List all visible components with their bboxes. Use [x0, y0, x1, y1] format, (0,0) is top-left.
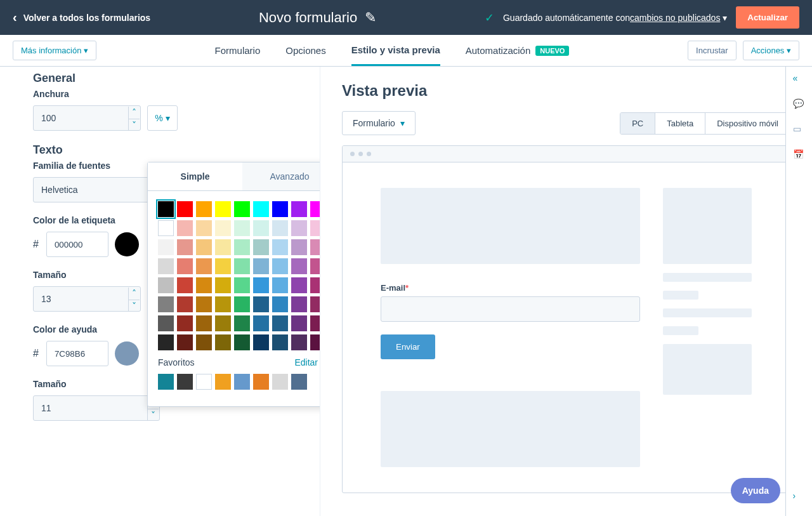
tab-automatizacion[interactable]: Automatización NUEVO: [466, 36, 570, 66]
color-cell[interactable]: [253, 220, 269, 236]
color-cell[interactable]: [272, 220, 288, 236]
color-cell[interactable]: [291, 296, 307, 312]
color-cell[interactable]: [291, 201, 307, 217]
color-cell[interactable]: [234, 220, 250, 236]
collapse-icon[interactable]: «: [793, 73, 806, 86]
favorite-color-cell[interactable]: [158, 374, 174, 390]
color-cell[interactable]: [215, 220, 231, 236]
actions-button[interactable]: Acciones ▾: [743, 41, 799, 60]
step-up[interactable]: ˄: [128, 288, 140, 300]
edit-icon[interactable]: ✎: [365, 10, 376, 26]
color-cell[interactable]: [158, 277, 174, 293]
color-cell[interactable]: [234, 239, 250, 255]
color-cell[interactable]: [177, 277, 193, 293]
tab-estilo[interactable]: Estilo y vista previa: [351, 36, 440, 66]
favorite-color-cell[interactable]: [272, 374, 288, 390]
color-cell[interactable]: [310, 239, 320, 255]
color-cell[interactable]: [310, 220, 320, 236]
step-down[interactable]: ˅: [128, 119, 140, 131]
step-up[interactable]: ˄: [128, 107, 140, 119]
color-cell[interactable]: [291, 239, 307, 255]
color-cell[interactable]: [253, 239, 269, 255]
color-cell[interactable]: [158, 315, 174, 331]
preview-selector[interactable]: Formulario ▾: [342, 111, 416, 135]
tab-opciones[interactable]: Opciones: [285, 36, 325, 66]
chat-icon[interactable]: 💬: [793, 98, 806, 111]
help-color-swatch[interactable]: [115, 341, 139, 366]
color-cell[interactable]: [253, 201, 269, 217]
color-cell[interactable]: [234, 334, 250, 350]
embed-button[interactable]: Incrustar: [688, 41, 737, 60]
device-tab-tablet[interactable]: Tableta: [655, 113, 705, 134]
step-down[interactable]: ˅: [147, 409, 159, 421]
color-cell[interactable]: [310, 334, 320, 350]
color-cell[interactable]: [177, 239, 193, 255]
picker-tab-advanced[interactable]: Avanzado: [242, 162, 320, 190]
color-cell[interactable]: [234, 277, 250, 293]
update-button[interactable]: Actualizar: [736, 6, 799, 29]
picker-tab-simple[interactable]: Simple: [148, 162, 242, 190]
color-cell[interactable]: [177, 220, 193, 236]
font-family-select[interactable]: Helvetica: [33, 177, 160, 202]
color-cell[interactable]: [196, 239, 212, 255]
color-cell[interactable]: [291, 315, 307, 331]
favorite-color-cell[interactable]: [215, 374, 231, 390]
color-cell[interactable]: [310, 201, 320, 217]
color-cell[interactable]: [177, 334, 193, 350]
color-cell[interactable]: [253, 277, 269, 293]
color-cell[interactable]: [272, 258, 288, 274]
color-cell[interactable]: [158, 201, 174, 217]
color-cell[interactable]: [253, 296, 269, 312]
color-cell[interactable]: [215, 334, 231, 350]
width-unit-select[interactable]: %▾: [147, 105, 178, 131]
color-cell[interactable]: [310, 277, 320, 293]
more-info-button[interactable]: Más información ▾: [13, 41, 96, 60]
step-down[interactable]: ˅: [128, 300, 140, 312]
favorites-edit-link[interactable]: Editar ⧉: [294, 357, 320, 367]
color-cell[interactable]: [196, 334, 212, 350]
color-cell[interactable]: [272, 334, 288, 350]
color-cell[interactable]: [215, 277, 231, 293]
color-cell[interactable]: [310, 258, 320, 274]
color-cell[interactable]: [215, 239, 231, 255]
color-cell[interactable]: [177, 315, 193, 331]
back-link[interactable]: ‹ Volver a todos los formularios: [13, 10, 150, 25]
favorite-color-cell[interactable]: [196, 374, 212, 390]
color-cell[interactable]: [196, 258, 212, 274]
color-cell[interactable]: [177, 258, 193, 274]
color-cell[interactable]: [291, 277, 307, 293]
color-cell[interactable]: [158, 296, 174, 312]
color-cell[interactable]: [234, 296, 250, 312]
favorite-color-cell[interactable]: [234, 374, 250, 390]
size1-input[interactable]: 13 ˄˅: [33, 286, 141, 312]
chevron-right-icon[interactable]: ›: [793, 491, 806, 503]
color-cell[interactable]: [215, 201, 231, 217]
color-cell[interactable]: [272, 315, 288, 331]
size2-input[interactable]: 11 ˄˅: [33, 395, 160, 421]
help-button[interactable]: Ayuda: [731, 478, 780, 503]
color-cell[interactable]: [158, 220, 174, 236]
help-color-input[interactable]: [46, 341, 108, 366]
color-cell[interactable]: [272, 201, 288, 217]
favorite-color-cell[interactable]: [177, 374, 193, 390]
color-cell[interactable]: [234, 201, 250, 217]
color-cell[interactable]: [196, 220, 212, 236]
color-cell[interactable]: [291, 220, 307, 236]
label-color-swatch[interactable]: [115, 232, 139, 256]
color-cell[interactable]: [215, 315, 231, 331]
autosave-status[interactable]: Guardado automáticamente concambios no p…: [503, 13, 727, 23]
color-cell[interactable]: [253, 315, 269, 331]
color-cell[interactable]: [215, 296, 231, 312]
color-cell[interactable]: [196, 201, 212, 217]
color-cell[interactable]: [177, 201, 193, 217]
color-cell[interactable]: [310, 296, 320, 312]
width-input[interactable]: 100 ˄˅: [33, 105, 141, 131]
color-cell[interactable]: [196, 315, 212, 331]
color-cell[interactable]: [234, 315, 250, 331]
label-color-input[interactable]: [46, 232, 108, 257]
color-cell[interactable]: [158, 334, 174, 350]
color-cell[interactable]: [158, 258, 174, 274]
color-cell[interactable]: [310, 315, 320, 331]
submit-button[interactable]: Enviar: [381, 334, 435, 359]
color-cell[interactable]: [253, 258, 269, 274]
